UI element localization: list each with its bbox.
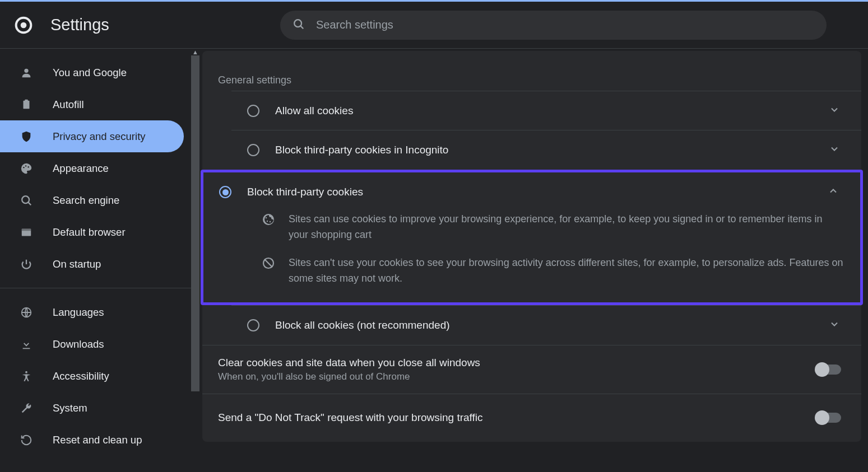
palette-icon: [19, 162, 34, 175]
sidebar-item-label: Downloads: [53, 338, 104, 351]
sidebar-item-label: Privacy and security: [53, 130, 146, 143]
setting-clear-cookies-on-close[interactable]: Clear cookies and site data when you clo…: [202, 345, 861, 394]
sidebar-item-label: Default browser: [53, 226, 126, 239]
svg-point-2: [294, 20, 301, 27]
option-block-all-cookies[interactable]: Block all cookies (not recommended): [231, 306, 861, 345]
shield-icon: [19, 130, 34, 143]
sidebar: You and Google Autofill Privacy and secu…: [0, 49, 199, 470]
sidebar-item-label: Reset and clean up: [53, 434, 142, 446]
search-input[interactable]: [316, 18, 814, 31]
sidebar-item-label: Appearance: [53, 162, 109, 175]
sidebar-item-default-browser[interactable]: Default browser: [0, 216, 184, 248]
sidebar-item-label: Search engine: [53, 194, 119, 207]
sidebar-item-label: You and Google: [53, 67, 127, 79]
option-allow-all-cookies[interactable]: Allow all cookies: [231, 91, 861, 130]
sidebar-item-reset[interactable]: Reset and clean up: [0, 424, 184, 456]
setting-do-not-track[interactable]: Send a "Do Not Track" request with your …: [202, 394, 861, 442]
setting-title: Clear cookies and site data when you clo…: [218, 357, 816, 369]
option-label: Block third-party cookies: [247, 186, 822, 198]
sidebar-item-downloads[interactable]: Downloads: [0, 328, 184, 360]
option-details: Sites can use cookies to improve your br…: [203, 212, 860, 302]
svg-point-7: [23, 166, 24, 167]
svg-point-9: [27, 166, 29, 167]
svg-rect-13: [22, 228, 31, 231]
detail-text: Sites can't use your cookies to see your…: [289, 255, 844, 287]
sidebar-item-label: Languages: [53, 306, 104, 319]
svg-point-18: [270, 221, 271, 222]
chevron-down-icon[interactable]: [823, 104, 846, 118]
header: Settings: [0, 2, 868, 49]
wrench-icon: [19, 402, 34, 414]
sidebar-item-privacy-and-security[interactable]: Privacy and security: [0, 120, 184, 152]
page-title: Settings: [50, 16, 109, 34]
svg-line-3: [301, 26, 304, 29]
svg-point-10: [22, 196, 29, 203]
svg-point-8: [25, 165, 26, 166]
sidebar-item-search-engine[interactable]: Search engine: [0, 184, 184, 216]
chrome-logo-icon: [13, 15, 34, 35]
radio-button[interactable]: [247, 105, 259, 117]
svg-rect-6: [25, 99, 28, 101]
sidebar-item-you-and-google[interactable]: You and Google: [0, 57, 184, 88]
restore-icon: [19, 434, 34, 446]
sidebar-item-system[interactable]: System: [0, 392, 184, 424]
svg-line-11: [29, 202, 31, 205]
svg-point-17: [267, 221, 268, 222]
chevron-up-icon[interactable]: [822, 185, 844, 199]
svg-point-1: [21, 22, 27, 28]
option-label: Allow all cookies: [275, 105, 823, 117]
svg-point-15: [25, 371, 27, 373]
option-block-third-party-incognito[interactable]: Block third-party cookies in Incognito: [231, 130, 861, 170]
sidebar-item-languages[interactable]: Languages: [0, 296, 184, 328]
download-icon: [19, 338, 34, 351]
settings-panel: General settings Allow all cookies Block…: [202, 51, 861, 442]
sidebar-item-appearance[interactable]: Appearance: [0, 152, 184, 184]
globe-icon: [19, 306, 34, 319]
setting-subtitle: When on, you'll also be signed out of Ch…: [218, 371, 816, 382]
scrollbar[interactable]: ▲: [191, 49, 199, 470]
toggle-switch[interactable]: [816, 364, 841, 375]
sidebar-item-label: On startup: [53, 258, 101, 270]
sidebar-divider: [0, 288, 199, 288]
svg-point-4: [24, 68, 28, 72]
cookie-icon: [262, 213, 276, 228]
sidebar-item-autofill[interactable]: Autofill: [0, 88, 184, 120]
svg-point-16: [266, 217, 267, 218]
clipboard-icon: [19, 99, 34, 111]
sidebar-item-on-startup[interactable]: On startup: [0, 248, 184, 280]
sidebar-item-label: System: [53, 402, 87, 414]
svg-rect-5: [24, 100, 30, 109]
sidebar-item-accessibility[interactable]: Accessibility: [0, 360, 184, 392]
block-icon: [262, 256, 276, 272]
search-icon: [293, 18, 305, 32]
highlighted-option: Block third-party cookies Sites can use …: [201, 170, 863, 305]
option-label: Block third-party cookies in Incognito: [275, 144, 823, 156]
detail-text: Sites can use cookies to improve your br…: [289, 212, 844, 243]
option-label: Block all cookies (not recommended): [275, 319, 823, 331]
option-block-third-party[interactable]: Block third-party cookies: [203, 172, 860, 212]
person-icon: [19, 67, 34, 79]
radio-button[interactable]: [247, 319, 259, 331]
power-icon: [19, 258, 34, 270]
toggle-switch[interactable]: [816, 413, 841, 423]
setting-title: Send a "Do Not Track" request with your …: [218, 412, 816, 424]
sidebar-item-label: Accessibility: [53, 370, 109, 382]
accessibility-icon: [19, 370, 34, 382]
main-content: General settings Allow all cookies Block…: [199, 49, 868, 470]
svg-line-20: [264, 259, 272, 267]
section-label: General settings: [202, 51, 861, 91]
chevron-down-icon[interactable]: [823, 319, 846, 332]
search-bar[interactable]: [280, 11, 827, 40]
radio-button[interactable]: [219, 186, 231, 198]
browser-icon: [19, 226, 34, 239]
chevron-down-icon[interactable]: [823, 143, 846, 157]
radio-button[interactable]: [247, 144, 259, 156]
search-icon: [19, 194, 34, 207]
sidebar-item-label: Autofill: [53, 99, 84, 111]
